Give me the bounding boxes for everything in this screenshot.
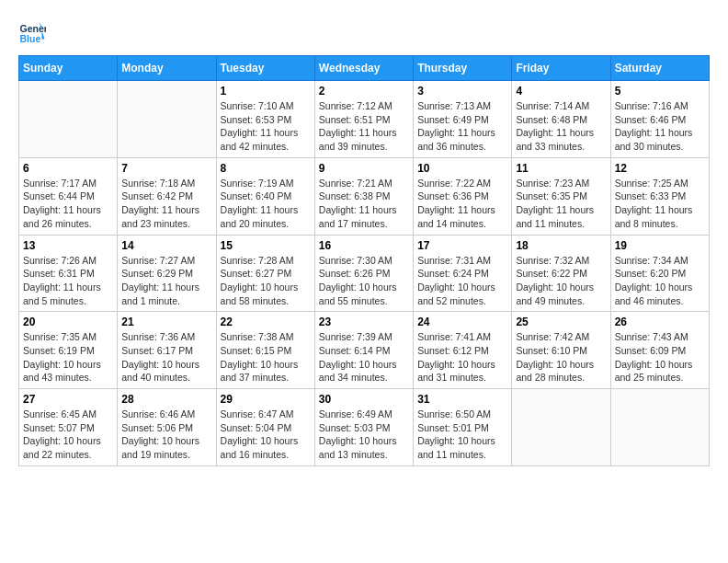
- weekday-header-row: SundayMondayTuesdayWednesdayThursdayFrid…: [19, 56, 710, 81]
- day-number: 29: [221, 393, 311, 406]
- day-info: Sunrise: 7:32 AMSunset: 6:22 PMDaylight:…: [516, 254, 606, 308]
- weekday-header-sunday: Sunday: [19, 56, 118, 81]
- day-number: 6: [23, 162, 113, 175]
- day-info: Sunrise: 6:47 AMSunset: 5:04 PMDaylight:…: [221, 408, 311, 462]
- day-number: 5: [615, 85, 705, 98]
- calendar-cell: 18Sunrise: 7:32 AMSunset: 6:22 PMDayligh…: [512, 235, 610, 312]
- calendar-cell: [118, 81, 216, 158]
- weekday-header-tuesday: Tuesday: [216, 56, 314, 81]
- day-info: Sunrise: 7:10 AMSunset: 6:53 PMDaylight:…: [221, 99, 311, 154]
- day-number: 2: [319, 85, 409, 98]
- day-number: 14: [121, 239, 211, 252]
- day-info: Sunrise: 6:50 AMSunset: 5:01 PMDaylight:…: [417, 408, 507, 462]
- day-number: 24: [417, 316, 507, 328]
- day-info: Sunrise: 7:23 AMSunset: 6:35 PMDaylight:…: [516, 177, 606, 231]
- day-info: Sunrise: 7:12 AMSunset: 6:51 PMDaylight:…: [319, 99, 409, 154]
- day-number: 31: [417, 393, 507, 406]
- day-number: 19: [615, 239, 705, 252]
- calendar-cell: 15Sunrise: 7:28 AMSunset: 6:27 PMDayligh…: [216, 235, 314, 312]
- day-number: 17: [417, 239, 507, 252]
- day-number: 10: [417, 162, 507, 175]
- day-info: Sunrise: 7:35 AMSunset: 6:19 PMDaylight:…: [23, 330, 113, 385]
- day-number: 18: [516, 239, 606, 252]
- calendar-cell: 3Sunrise: 7:13 AMSunset: 6:49 PMDaylight…: [414, 81, 512, 158]
- day-info: Sunrise: 7:36 AMSunset: 6:17 PMDaylight:…: [121, 330, 211, 385]
- calendar-cell: 21Sunrise: 7:36 AMSunset: 6:17 PMDayligh…: [118, 312, 216, 389]
- day-info: Sunrise: 6:46 AMSunset: 5:06 PMDaylight:…: [121, 408, 211, 462]
- day-number: 4: [516, 85, 606, 98]
- calendar-table: SundayMondayTuesdayWednesdayThursdayFrid…: [18, 55, 710, 466]
- calendar-cell: 4Sunrise: 7:14 AMSunset: 6:48 PMDaylight…: [512, 81, 610, 158]
- day-number: 22: [221, 316, 311, 328]
- day-number: 7: [121, 162, 211, 175]
- calendar-cell: 26Sunrise: 7:43 AMSunset: 6:09 PMDayligh…: [610, 312, 709, 389]
- day-number: 16: [319, 239, 409, 252]
- day-number: 3: [417, 85, 507, 98]
- calendar-week-row: 20Sunrise: 7:35 AMSunset: 6:19 PMDayligh…: [19, 312, 710, 389]
- svg-text:Blue: Blue: [20, 33, 41, 44]
- weekday-header-saturday: Saturday: [610, 56, 709, 81]
- logo-icon: General Blue: [18, 18, 46, 46]
- calendar-cell: 9Sunrise: 7:21 AMSunset: 6:38 PMDaylight…: [314, 157, 413, 235]
- calendar-cell: 25Sunrise: 7:42 AMSunset: 6:10 PMDayligh…: [512, 312, 610, 389]
- calendar-cell: 27Sunrise: 6:45 AMSunset: 5:07 PMDayligh…: [19, 389, 118, 466]
- day-number: 9: [319, 162, 409, 175]
- day-info: Sunrise: 7:26 AMSunset: 6:31 PMDaylight:…: [23, 254, 113, 308]
- calendar-cell: 31Sunrise: 6:50 AMSunset: 5:01 PMDayligh…: [414, 389, 512, 466]
- day-number: 30: [319, 393, 409, 406]
- calendar-week-row: 1Sunrise: 7:10 AMSunset: 6:53 PMDaylight…: [19, 81, 710, 158]
- day-number: 11: [516, 162, 606, 175]
- day-info: Sunrise: 7:13 AMSunset: 6:49 PMDaylight:…: [417, 99, 507, 154]
- calendar-week-row: 13Sunrise: 7:26 AMSunset: 6:31 PMDayligh…: [19, 235, 710, 312]
- calendar-cell: 17Sunrise: 7:31 AMSunset: 6:24 PMDayligh…: [414, 235, 512, 312]
- day-number: 20: [23, 316, 113, 328]
- calendar-week-row: 27Sunrise: 6:45 AMSunset: 5:07 PMDayligh…: [19, 389, 710, 466]
- day-number: 15: [221, 239, 311, 252]
- day-info: Sunrise: 7:38 AMSunset: 6:15 PMDaylight:…: [221, 330, 311, 385]
- day-info: Sunrise: 7:18 AMSunset: 6:42 PMDaylight:…: [121, 177, 211, 231]
- day-info: Sunrise: 7:17 AMSunset: 6:44 PMDaylight:…: [23, 177, 113, 231]
- weekday-header-wednesday: Wednesday: [314, 56, 413, 81]
- calendar-cell: [19, 81, 118, 158]
- day-info: Sunrise: 7:21 AMSunset: 6:38 PMDaylight:…: [319, 177, 409, 231]
- weekday-header-thursday: Thursday: [414, 56, 512, 81]
- calendar-cell: 22Sunrise: 7:38 AMSunset: 6:15 PMDayligh…: [216, 312, 314, 389]
- day-number: 25: [516, 316, 606, 328]
- calendar-cell: 24Sunrise: 7:41 AMSunset: 6:12 PMDayligh…: [414, 312, 512, 389]
- day-number: 12: [615, 162, 705, 175]
- calendar-cell: [610, 389, 709, 466]
- day-number: 21: [121, 316, 211, 328]
- calendar-cell: 23Sunrise: 7:39 AMSunset: 6:14 PMDayligh…: [314, 312, 413, 389]
- calendar-cell: 6Sunrise: 7:17 AMSunset: 6:44 PMDaylight…: [19, 157, 118, 235]
- calendar-week-row: 6Sunrise: 7:17 AMSunset: 6:44 PMDaylight…: [19, 157, 710, 235]
- day-info: Sunrise: 7:16 AMSunset: 6:46 PMDaylight:…: [615, 99, 705, 154]
- calendar-cell: 14Sunrise: 7:27 AMSunset: 6:29 PMDayligh…: [118, 235, 216, 312]
- calendar-cell: 1Sunrise: 7:10 AMSunset: 6:53 PMDaylight…: [216, 81, 314, 158]
- day-info: Sunrise: 7:28 AMSunset: 6:27 PMDaylight:…: [221, 254, 311, 308]
- calendar-cell: 10Sunrise: 7:22 AMSunset: 6:36 PMDayligh…: [414, 157, 512, 235]
- day-number: 28: [121, 393, 211, 406]
- day-info: Sunrise: 7:27 AMSunset: 6:29 PMDaylight:…: [121, 254, 211, 308]
- day-info: Sunrise: 7:19 AMSunset: 6:40 PMDaylight:…: [221, 177, 311, 231]
- calendar-cell: 30Sunrise: 6:49 AMSunset: 5:03 PMDayligh…: [314, 389, 413, 466]
- day-info: Sunrise: 7:22 AMSunset: 6:36 PMDaylight:…: [417, 177, 507, 231]
- day-number: 13: [23, 239, 113, 252]
- day-info: Sunrise: 7:39 AMSunset: 6:14 PMDaylight:…: [319, 330, 409, 385]
- day-number: 23: [319, 316, 409, 328]
- day-number: 1: [221, 85, 311, 98]
- day-info: Sunrise: 7:43 AMSunset: 6:09 PMDaylight:…: [615, 330, 705, 385]
- calendar-cell: 28Sunrise: 6:46 AMSunset: 5:06 PMDayligh…: [118, 389, 216, 466]
- calendar-cell: 11Sunrise: 7:23 AMSunset: 6:35 PMDayligh…: [512, 157, 610, 235]
- day-number: 8: [221, 162, 311, 175]
- day-info: Sunrise: 7:31 AMSunset: 6:24 PMDaylight:…: [417, 254, 507, 308]
- logo: General Blue: [18, 18, 50, 46]
- calendar-cell: 13Sunrise: 7:26 AMSunset: 6:31 PMDayligh…: [19, 235, 118, 312]
- calendar-cell: 12Sunrise: 7:25 AMSunset: 6:33 PMDayligh…: [610, 157, 709, 235]
- calendar-cell: 29Sunrise: 6:47 AMSunset: 5:04 PMDayligh…: [216, 389, 314, 466]
- calendar-cell: 5Sunrise: 7:16 AMSunset: 6:46 PMDaylight…: [610, 81, 709, 158]
- day-number: 26: [615, 316, 705, 328]
- weekday-header-friday: Friday: [512, 56, 610, 81]
- day-info: Sunrise: 7:14 AMSunset: 6:48 PMDaylight:…: [516, 99, 606, 154]
- day-info: Sunrise: 7:30 AMSunset: 6:26 PMDaylight:…: [319, 254, 409, 308]
- day-info: Sunrise: 6:45 AMSunset: 5:07 PMDaylight:…: [23, 408, 113, 462]
